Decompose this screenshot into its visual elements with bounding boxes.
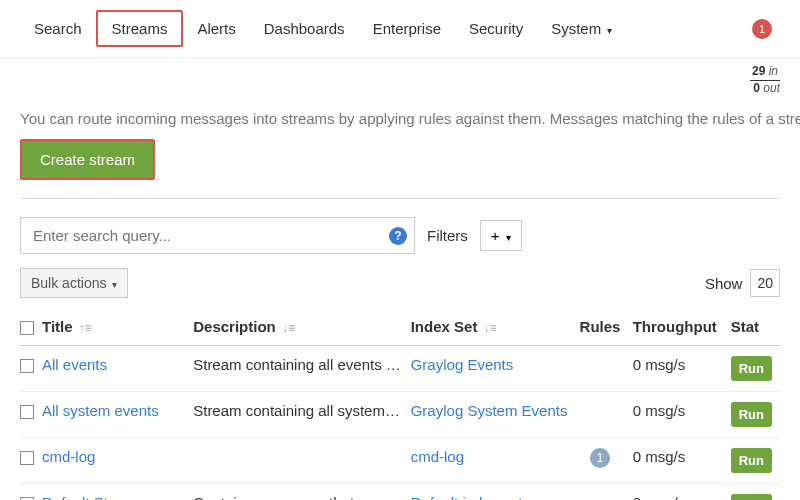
run-button[interactable]: Run <box>731 356 772 381</box>
throughput-value: 0 msg/s <box>633 392 731 438</box>
stream-title-link[interactable]: cmd-log <box>42 448 95 465</box>
nav-alerts[interactable]: Alerts <box>183 12 249 45</box>
stream-description <box>193 438 411 484</box>
stream-description: Contains messages that are no… <box>193 484 411 500</box>
run-button[interactable]: Run <box>731 402 772 427</box>
bulk-actions-button[interactable]: Bulk actions ▾ <box>20 268 128 298</box>
run-button[interactable]: Run <box>731 448 772 473</box>
run-button[interactable]: Run <box>731 494 772 500</box>
nav-enterprise[interactable]: Enterprise <box>359 12 455 45</box>
nav-search[interactable]: Search <box>20 12 96 45</box>
row-checkbox[interactable] <box>20 359 34 373</box>
sort-icon[interactable]: ↑≡ <box>79 321 92 335</box>
help-icon[interactable]: ? <box>389 227 407 245</box>
chevron-down-icon: ▾ <box>506 232 511 243</box>
table-row: cmd-logcmd-log10 msg/sRun <box>20 438 780 484</box>
chevron-down-icon: ▾ <box>607 25 612 36</box>
page-size-select[interactable]: 20 <box>750 269 780 297</box>
chevron-down-icon: ▾ <box>112 279 117 290</box>
nav-security[interactable]: Security <box>455 12 537 45</box>
filters-label: Filters <box>427 227 468 244</box>
table-row: All system eventsStream containing all s… <box>20 392 780 438</box>
nav-dashboards[interactable]: Dashboards <box>250 12 359 45</box>
notification-badge[interactable]: 1 <box>752 19 772 39</box>
create-stream-button[interactable]: Create stream <box>20 139 155 180</box>
index-set-link[interactable]: Graylog Events <box>411 356 514 373</box>
select-all-checkbox[interactable] <box>20 321 34 335</box>
throughput-stats: 29 in 0 out <box>0 58 800 100</box>
nav-streams[interactable]: Streams <box>96 10 184 47</box>
stream-title-link[interactable]: All events <box>42 356 107 373</box>
sort-icon[interactable]: ↓≡ <box>282 321 295 335</box>
row-checkbox[interactable] <box>20 405 34 419</box>
stream-description: Stream containing all system e… <box>193 392 411 438</box>
index-set-link[interactable]: Default index set <box>411 494 523 500</box>
throughput-value: 0 msg/s <box>633 346 731 392</box>
table-row: All eventsStream containing all events c… <box>20 346 780 392</box>
row-checkbox[interactable] <box>20 451 34 465</box>
add-filter-button[interactable]: + ▾ <box>480 220 522 251</box>
stream-description: Stream containing all events cr… <box>193 346 411 392</box>
stream-title-link[interactable]: All system events <box>42 402 159 419</box>
table-row: Default StreamContains messages that are… <box>20 484 780 500</box>
nav-system[interactable]: System ▾ <box>537 12 626 45</box>
sort-icon[interactable]: ↓≡ <box>484 321 497 335</box>
index-set-link[interactable]: cmd-log <box>411 448 464 465</box>
throughput-value: 0 msg/s <box>633 438 731 484</box>
rules-count-badge: 1 <box>590 448 610 468</box>
streams-table: Title ↑≡ Description ↓≡ Index Set ↓≡ Rul… <box>20 308 780 500</box>
index-set-link[interactable]: Graylog System Events <box>411 402 568 419</box>
stream-title-link[interactable]: Default Stream <box>42 494 142 500</box>
search-input[interactable] <box>20 217 415 254</box>
top-navigation: Search Streams Alerts Dashboards Enterpr… <box>0 0 800 58</box>
throughput-value: 0 msg/s <box>633 484 731 500</box>
show-label: Show <box>705 275 743 292</box>
page-description: You can route incoming messages into str… <box>0 100 800 139</box>
